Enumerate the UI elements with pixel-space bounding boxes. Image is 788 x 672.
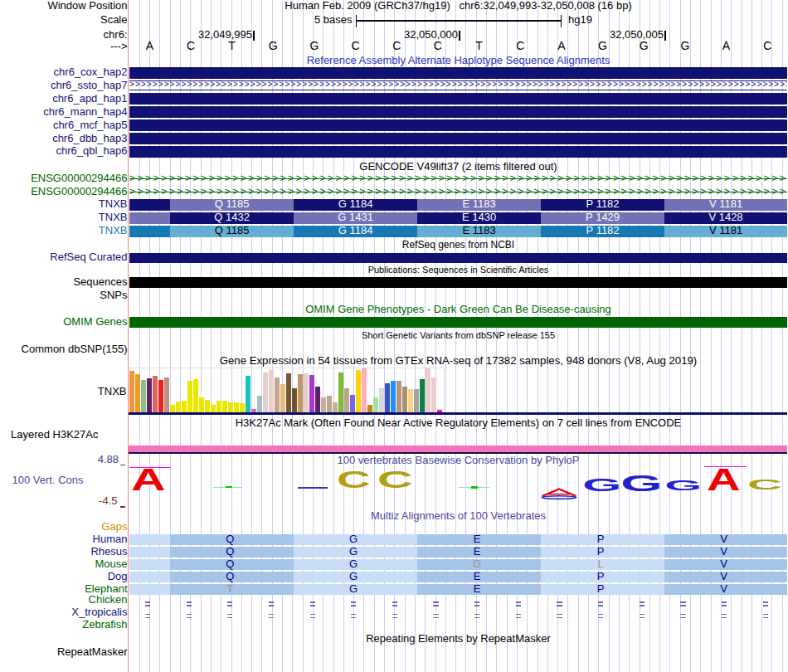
svg-text:C: C: [747, 477, 782, 493]
svg-text:A: A: [130, 463, 165, 497]
svg-text:A: A: [707, 463, 741, 497]
svg-text:G: G: [620, 471, 662, 496]
svg-text:G: G: [664, 479, 702, 494]
svg-text:C: C: [377, 465, 413, 493]
svg-text:C: C: [337, 465, 371, 494]
svg-text:G: G: [582, 475, 621, 495]
